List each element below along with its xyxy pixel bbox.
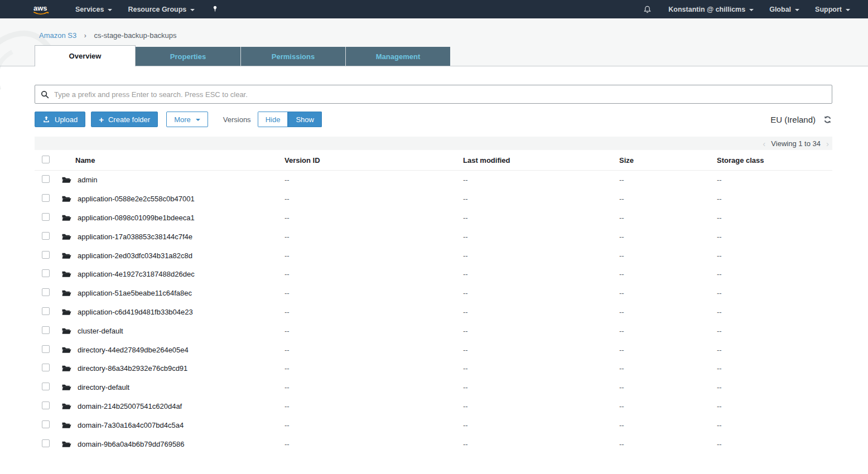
folder-icon: [61, 233, 72, 241]
breadcrumb-bucket-name: cs-stage-backup-backups: [94, 31, 176, 40]
previous-page-icon[interactable]: ‹: [763, 139, 765, 148]
last-modified-value: --: [463, 233, 619, 241]
last-modified-value: --: [463, 346, 619, 354]
folder-icon: [61, 308, 72, 316]
nav-account-menu[interactable]: Konstantin @ chillicms: [660, 0, 761, 18]
nav-region-menu[interactable]: Global: [761, 0, 807, 18]
aws-logo-text: aws: [33, 4, 47, 12]
storage-class-value: --: [717, 176, 832, 184]
column-header-version-id[interactable]: Version ID: [284, 156, 463, 165]
row-checkbox[interactable]: [42, 288, 50, 296]
storage-class-value: --: [717, 214, 832, 222]
row-checkbox[interactable]: [42, 251, 50, 259]
upload-button[interactable]: Upload: [35, 112, 85, 127]
object-name-link[interactable]: cluster-default: [78, 327, 123, 335]
size-value: --: [619, 176, 717, 184]
page-header-zone: Amazon S3 › cs-stage-backup-backups Over…: [0, 18, 868, 66]
breadcrumb-s3-link[interactable]: Amazon S3: [39, 31, 76, 40]
folder-icon: [61, 251, 72, 260]
create-folder-button[interactable]: + Create folder: [91, 112, 158, 127]
aws-logo-icon: aws: [32, 3, 52, 16]
storage-class-value: --: [717, 308, 832, 316]
row-checkbox[interactable]: [42, 194, 50, 202]
nav-pin-shortcut-button[interactable]: [202, 0, 228, 18]
row-checkbox[interactable]: [42, 402, 50, 409]
object-name-link[interactable]: application-0588e2e2c558c0b47001: [78, 195, 195, 203]
nav-resource-groups-menu[interactable]: Resource Groups: [120, 0, 202, 18]
nav-support-label: Support: [815, 6, 842, 13]
refresh-icon: [823, 115, 832, 124]
object-name-link[interactable]: directory-86a34b2932e76cb9cd91: [78, 364, 187, 373]
table-row: application-2ed03dfc034b31a82c8d--------: [35, 246, 832, 265]
row-checkbox[interactable]: [42, 383, 50, 390]
nav-support-menu[interactable]: Support: [807, 0, 858, 18]
last-modified-value: --: [463, 176, 619, 184]
tab-overview[interactable]: Overview: [35, 45, 136, 66]
row-checkbox[interactable]: [42, 364, 50, 371]
storage-class-value: --: [717, 233, 832, 241]
version-id-value: --: [284, 270, 463, 278]
aws-logo[interactable]: aws: [32, 3, 52, 16]
object-name-link[interactable]: admin: [78, 176, 97, 184]
folder-icon: [61, 402, 72, 410]
table-row: application-51ae5beabe11c64fa8ec--------: [35, 284, 832, 303]
size-value: --: [619, 289, 717, 297]
column-header-last-modified[interactable]: Last modified: [463, 156, 619, 165]
tab-permissions[interactable]: Permissions: [240, 47, 345, 66]
object-name-link[interactable]: application-0898c01099be1bdeeca1: [78, 214, 195, 222]
row-checkbox[interactable]: [42, 345, 50, 353]
object-name-link[interactable]: application-51ae5beabe11c64fa8ec: [78, 289, 192, 297]
folder-icon: [61, 195, 72, 203]
next-page-icon[interactable]: ›: [826, 139, 829, 148]
table-row: directory-default--------: [35, 378, 832, 397]
folder-icon: [61, 383, 72, 391]
row-checkbox[interactable]: [42, 213, 50, 221]
object-name-link[interactable]: application-2ed03dfc034b31a82c8d: [78, 251, 192, 260]
object-name-link[interactable]: directory-44ed27849dbe264e05e4: [78, 346, 189, 354]
versions-hide-button[interactable]: Hide: [258, 112, 288, 127]
column-header-name[interactable]: Name: [61, 156, 284, 165]
top-navigation-bar: aws Services Resource Groups Kon: [0, 0, 868, 18]
actions-toolbar: Upload + Create folder More Versions Hid…: [35, 112, 832, 127]
column-header-storage-class[interactable]: Storage class: [717, 156, 832, 165]
table-row: domain-7a30a16a4c007bd4c5a4--------: [35, 415, 832, 434]
tab-properties[interactable]: Properties: [136, 47, 240, 66]
row-checkbox[interactable]: [42, 175, 50, 183]
row-checkbox[interactable]: [42, 326, 50, 334]
nav-region-label: Global: [769, 6, 791, 13]
storage-class-value: --: [717, 421, 832, 429]
prefix-search-input[interactable]: [54, 90, 826, 99]
versions-label: Versions: [223, 115, 251, 124]
row-checkbox[interactable]: [42, 269, 50, 277]
storage-class-value: --: [717, 402, 832, 410]
version-id-value: --: [284, 251, 463, 260]
storage-class-value: --: [717, 327, 832, 335]
storage-class-value: --: [717, 270, 832, 278]
row-checkbox[interactable]: [42, 232, 50, 240]
refresh-button[interactable]: [823, 115, 832, 124]
last-modified-value: --: [463, 402, 619, 410]
storage-class-value: --: [717, 195, 832, 203]
object-name-link[interactable]: application-17a038853c38144c7f4e: [78, 233, 192, 241]
object-name-link[interactable]: domain-9b6a0a4b6b79dd769586: [78, 440, 185, 448]
size-value: --: [619, 233, 717, 241]
notifications-bell-button[interactable]: [634, 0, 660, 18]
object-name-link[interactable]: domain-7a30a16a4c007bd4c5a4: [78, 421, 184, 429]
table-body: admin--------application-0588e2e2c558c0b…: [35, 171, 832, 453]
table-row: application-0898c01099be1bdeeca1--------: [35, 209, 832, 228]
row-checkbox[interactable]: [42, 307, 50, 315]
versions-show-button[interactable]: Show: [288, 112, 322, 127]
object-name-link[interactable]: domain-214b25007541c620d4af: [78, 402, 182, 410]
row-checkbox[interactable]: [42, 439, 50, 447]
version-id-value: --: [284, 327, 463, 335]
object-name-link[interactable]: application-c6d419d481fb33b04e23: [78, 308, 193, 316]
more-actions-button[interactable]: More: [166, 112, 208, 127]
breadcrumb-separator: ›: [84, 32, 86, 40]
column-header-size[interactable]: Size: [619, 156, 717, 165]
row-checkbox[interactable]: [42, 420, 50, 428]
select-all-checkbox[interactable]: [42, 156, 50, 163]
object-name-link[interactable]: directory-default: [78, 383, 129, 391]
object-name-link[interactable]: application-4e1927c3187488d26dec: [78, 270, 195, 278]
tab-management[interactable]: Management: [345, 47, 450, 66]
nav-services-menu[interactable]: Services: [67, 0, 120, 18]
